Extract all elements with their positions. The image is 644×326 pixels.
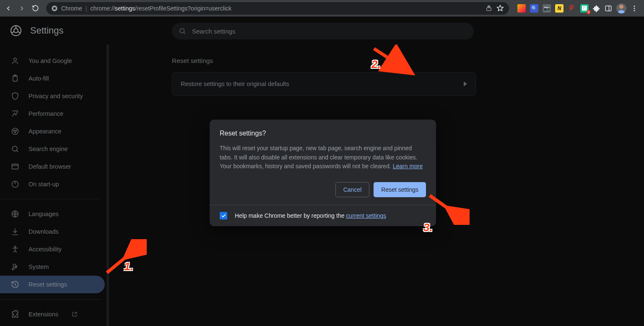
section-title: Reset settings	[172, 57, 644, 65]
back-button[interactable]	[3, 3, 14, 14]
sidebar-item-appearance[interactable]: Appearance	[0, 123, 105, 140]
bookmark-star-icon[interactable]	[496, 5, 504, 12]
svg-rect-4	[605, 6, 611, 11]
accessibility-icon	[11, 245, 19, 253]
sidebar-item-label: Accessibility	[29, 246, 62, 253]
learn-more-link[interactable]: Learn more	[393, 163, 423, 170]
svg-point-9	[14, 29, 18, 33]
report-settings-label: Help make Chrome better by reporting the…	[235, 212, 386, 219]
puzzle-icon	[11, 310, 19, 318]
svg-point-1	[53, 7, 56, 10]
wrench-icon	[11, 263, 19, 271]
sidebar-item-label: Auto-fill	[29, 75, 49, 82]
sidebar-item-label: Downloads	[29, 228, 59, 235]
extensions-puzzle-icon[interactable]	[593, 5, 600, 12]
search-icon	[11, 145, 19, 153]
sidebar-item-languages[interactable]: Languages	[0, 205, 105, 223]
sidebar-item-label: Performance	[29, 110, 63, 117]
reset-settings-button[interactable]: Reset settings	[374, 182, 426, 197]
extension-icon[interactable]	[517, 4, 526, 13]
sidebar-item-about-chrome[interactable]: About Chrome	[0, 323, 105, 326]
shield-icon	[11, 92, 19, 100]
sidebar-item-accessibility[interactable]: Accessibility	[0, 240, 105, 258]
search-icon	[179, 27, 186, 35]
kebab-menu-icon[interactable]	[631, 5, 638, 12]
extension-icon[interactable]	[568, 4, 576, 13]
url-site-label: Chrome	[61, 5, 82, 12]
sidebar-item-extensions[interactable]: Extensions	[0, 305, 105, 323]
sidebar-item-label: Extensions	[29, 311, 58, 318]
svg-point-5	[634, 5, 635, 7]
window-icon	[11, 162, 19, 171]
svg-point-16	[16, 130, 17, 131]
svg-point-11	[14, 58, 17, 61]
dialog-title: Reset settings?	[220, 130, 426, 137]
sidebar-item-search-engine[interactable]: Search engine	[0, 140, 105, 158]
sidebar-item-label: Privacy and security	[29, 93, 83, 99]
power-icon	[11, 180, 19, 188]
svg-point-18	[12, 146, 17, 151]
svg-point-17	[15, 132, 16, 133]
sidebar-item-on-start-up[interactable]: On start-up	[0, 175, 105, 193]
forward-button[interactable]	[16, 3, 28, 14]
sidebar-item-label: System	[29, 263, 49, 270]
chevron-right-icon	[464, 81, 467, 86]
sidebar-item-label: You and Google	[29, 57, 72, 64]
sidebar-item-label: Reset settings	[29, 281, 67, 288]
share-icon[interactable]	[486, 5, 492, 12]
sidebar: You and GoogleAuto-fillPrivacy and secur…	[0, 44, 109, 326]
download-icon	[11, 227, 19, 236]
sidebar-item-performance[interactable]: Performance	[0, 105, 105, 123]
search-input[interactable]	[192, 28, 467, 35]
current-settings-link[interactable]: current settings	[346, 212, 386, 219]
svg-rect-2	[487, 8, 491, 10]
profile-avatar[interactable]	[616, 3, 626, 13]
extension-icon[interactable]: 🔍	[530, 4, 538, 13]
chrome-logo-icon	[10, 25, 22, 37]
person-icon	[11, 57, 19, 65]
sidebar-item-system[interactable]: System	[0, 258, 105, 276]
cancel-button[interactable]: Cancel	[335, 182, 370, 197]
sidebar-item-label: Languages	[29, 211, 59, 217]
history-icon	[11, 280, 19, 289]
speed-icon	[11, 110, 19, 118]
restore-defaults-row[interactable]: Restore settings to their original defau…	[172, 72, 476, 96]
palette-icon	[11, 127, 19, 136]
svg-point-10	[180, 29, 184, 33]
extensions-tray: 🔍 📷 N 🅿	[514, 3, 641, 13]
reload-button[interactable]	[29, 3, 41, 14]
sidebar-item-label: On start-up	[29, 181, 59, 188]
svg-point-14	[12, 128, 18, 135]
extension-icon[interactable]: 📷	[543, 4, 551, 13]
report-settings-checkbox[interactable]	[220, 212, 227, 219]
sidebar-item-default-browser[interactable]: Default browser	[0, 158, 105, 175]
external-link-icon	[72, 311, 78, 317]
svg-point-6	[634, 8, 635, 9]
search-settings[interactable]	[172, 23, 474, 39]
globe-icon	[11, 210, 19, 218]
omnibox[interactable]: Chrome | chrome://settings/resetProfileS…	[46, 2, 509, 15]
svg-point-7	[634, 10, 635, 11]
sidebar-item-label: Search engine	[29, 146, 68, 152]
browser-toolbar: Chrome | chrome://settings/resetProfileS…	[0, 0, 644, 17]
extension-icon[interactable]: 🅿	[580, 4, 589, 13]
reset-settings-dialog: Reset settings? This will reset your sta…	[210, 120, 436, 226]
app-title: Settings	[30, 25, 64, 36]
svg-point-22	[14, 246, 16, 248]
sidebar-item-auto-fill[interactable]: Auto-fill	[0, 70, 105, 87]
sidebar-item-label: Appearance	[29, 128, 61, 135]
chrome-icon	[51, 5, 58, 12]
sidebar-item-downloads[interactable]: Downloads	[0, 223, 105, 240]
svg-rect-19	[12, 164, 18, 169]
clipboard-icon	[11, 74, 19, 83]
extension-icon[interactable]: N	[555, 4, 564, 13]
restore-defaults-label: Restore settings to their original defau…	[181, 81, 289, 87]
url-text: chrome://settings/resetProfileSettings?o…	[90, 5, 482, 12]
sidepanel-icon[interactable]	[605, 5, 612, 12]
sidebar-item-reset-settings[interactable]: Reset settings	[0, 276, 105, 293]
sidebar-item-label: Default browser	[29, 163, 71, 170]
sidebar-item-you-and-google[interactable]: You and Google	[0, 52, 105, 70]
svg-point-15	[13, 130, 15, 131]
dialog-body: This will reset your startup page, new t…	[220, 144, 426, 171]
sidebar-item-privacy-and-security[interactable]: Privacy and security	[0, 87, 105, 105]
